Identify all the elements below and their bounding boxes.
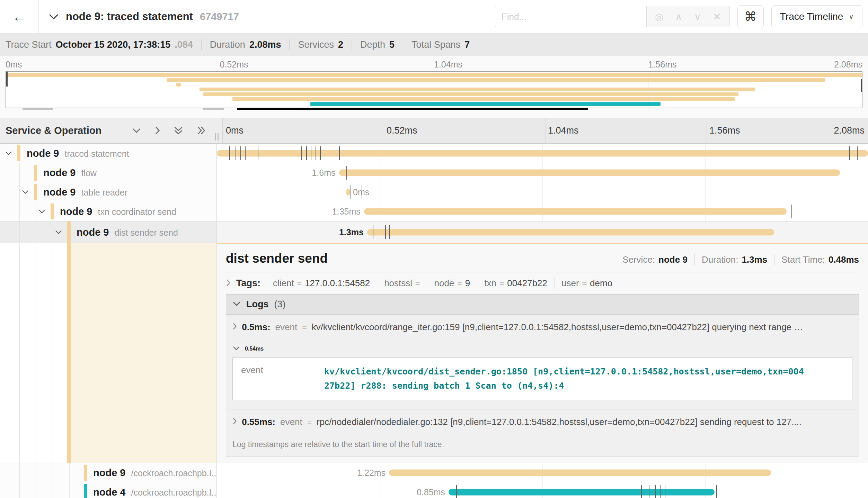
span-log-tick xyxy=(245,146,246,160)
indent-guide xyxy=(3,202,3,221)
span-log-tick xyxy=(258,146,258,160)
span-duration-bar[interactable] xyxy=(217,150,868,157)
prev-icon[interactable]: ∧ xyxy=(675,11,682,22)
chevron-down-icon[interactable] xyxy=(5,151,12,155)
span-duration-bar[interactable] xyxy=(364,208,787,215)
span-row: node 4/cockroach.roachpb.I...0.85ms xyxy=(0,482,868,498)
locate-icon[interactable]: ◎ xyxy=(655,11,663,22)
span-duration-bar[interactable] xyxy=(339,170,840,176)
trace-view-selector[interactable]: Trace Timeline ∨ xyxy=(771,5,862,28)
span-log-tick xyxy=(385,225,386,239)
span-row-tree-cell[interactable]: node 9/cockroach.roachpb.I... xyxy=(0,463,216,482)
indent-guide xyxy=(3,482,3,498)
equals-sign: = xyxy=(457,279,462,288)
span-row-timeline-cell[interactable]: 1.35ms xyxy=(216,202,868,221)
span-row-label: node 4/cockroach.roachpb.I... xyxy=(93,487,216,498)
column-resize-grip[interactable] xyxy=(215,133,219,141)
span-operation-name: traced statement xyxy=(64,149,129,159)
logs-count: (3) xyxy=(274,299,286,310)
span-row-timeline-cell[interactable] xyxy=(216,144,868,163)
minimap-scrollbar[interactable] xyxy=(237,108,588,110)
span-color-stripe xyxy=(51,203,54,219)
span-row-tree-cell[interactable]: node 9txn coordinator send xyxy=(0,202,216,221)
tag-item: txn=00427b22 xyxy=(477,278,555,289)
span-log-tick xyxy=(311,146,311,160)
tag-key: node xyxy=(434,278,454,289)
indent-guide xyxy=(19,463,20,482)
span-service-name: node 9 xyxy=(27,148,59,159)
minimap-left-drag-handle[interactable] xyxy=(6,71,8,87)
expand-one-icon[interactable] xyxy=(154,126,160,135)
span-row-timeline-cell[interactable]: 0ms xyxy=(216,182,868,202)
keyboard-shortcuts-button[interactable]: ⌘ xyxy=(737,5,764,28)
minimap-canvas[interactable] xyxy=(6,71,862,108)
span-log-tick xyxy=(849,146,850,160)
span-log-tick xyxy=(301,146,302,160)
expand-all-icon[interactable] xyxy=(196,126,206,135)
chevron-right-icon xyxy=(226,279,231,288)
indent-guide xyxy=(53,221,53,243)
trace-id: 6749717 xyxy=(200,11,239,22)
tree-header: Service & Operation xyxy=(0,118,222,143)
minimap-span-bar xyxy=(200,88,755,91)
selected-span-band xyxy=(71,243,216,463)
tree-header-title: Service & Operation xyxy=(6,125,101,136)
span-row-timeline-cell[interactable]: 1.3ms xyxy=(216,221,868,243)
minimap-right-drag-handle[interactable] xyxy=(861,79,862,92)
span-row-tree-cell[interactable]: node 9traced statement xyxy=(0,144,216,163)
collapse-all-icon[interactable] xyxy=(174,126,183,135)
detail-meta-item: Duration:1.3ms xyxy=(694,254,774,265)
span-row-tree-cell[interactable]: node 9flow xyxy=(0,163,216,182)
span-duration-bar[interactable] xyxy=(389,470,771,476)
span-row-tree-cell[interactable]: node 4/cockroach.roachpb.I... xyxy=(0,482,216,498)
tag-item: hostssl= xyxy=(377,278,427,289)
summary-label: Services xyxy=(298,39,334,50)
log-entry-collapsed[interactable]: 0.5ms:event=kv/kvclient/kvcoord/range_it… xyxy=(226,315,859,340)
tag-key: user xyxy=(561,278,579,289)
next-icon[interactable]: ∨ xyxy=(694,11,701,22)
minimap-scroll-mark xyxy=(23,108,53,110)
detail-meta-label: Service: xyxy=(622,254,655,265)
tags-row[interactable]: Tags: client=127.0.0.1:54582hostssl=node… xyxy=(226,272,859,293)
span-row-tree-cell[interactable]: node 9table reader xyxy=(0,182,216,202)
span-row-timeline-cell[interactable]: 0.85ms xyxy=(216,482,868,498)
span-operation-name: /cockroach.roachpb.I... xyxy=(131,468,216,478)
logs-header[interactable]: Logs (3) xyxy=(226,295,859,315)
span-row-timeline-cell[interactable]: 1.6ms xyxy=(216,163,868,182)
summary-item: Services2 xyxy=(289,39,352,50)
detail-span-title: dist sender send xyxy=(226,251,328,266)
detail-meta-value: 0.48ms xyxy=(829,254,859,265)
collapse-one-icon[interactable] xyxy=(132,128,141,134)
span-duration-bar[interactable] xyxy=(346,189,350,196)
clear-icon[interactable]: ✕ xyxy=(713,11,721,22)
chevron-down-icon[interactable] xyxy=(21,190,29,194)
summary-label: Depth xyxy=(360,39,385,50)
span-row-tree-cell[interactable]: node 9dist sender send xyxy=(0,221,216,243)
span-duration-bar[interactable] xyxy=(367,229,774,236)
span-log-tick xyxy=(649,485,649,498)
page-title: node 9: traced statement xyxy=(66,10,193,23)
log-entry-header[interactable]: 0.54ms xyxy=(232,346,852,352)
find-group: ◎∧∨✕ xyxy=(495,6,730,27)
span-log-tick xyxy=(236,146,236,160)
find-input[interactable] xyxy=(495,6,646,27)
chevron-down-icon[interactable] xyxy=(38,209,46,214)
trace-title-group[interactable]: node 9: traced statement 6749717 xyxy=(48,10,239,23)
span-duration-bar[interactable] xyxy=(449,489,715,496)
chevron-down-icon[interactable] xyxy=(55,230,62,234)
span-duration-label: 0.85ms xyxy=(417,487,445,497)
detail-meta: Service:node 9Duration:1.3msStart Time:0… xyxy=(615,254,859,265)
span-service-name: node 4 xyxy=(93,487,125,498)
log-entry-collapsed[interactable]: 0.55ms:event=rpc/nodedialer/nodedialer.g… xyxy=(226,409,859,435)
back-button[interactable]: ← xyxy=(0,0,39,33)
span-duration-label: 1.6ms xyxy=(312,168,335,178)
detail-meta-item: Start Time:0.48ms xyxy=(774,254,859,265)
span-duration-label: 1.35ms xyxy=(332,207,361,217)
span-row-timeline-cell[interactable]: 1.22ms xyxy=(216,463,868,482)
span-row: node 9flow1.6ms xyxy=(0,163,868,182)
summary-value-suffix: .084 xyxy=(175,39,193,50)
span-row-label: node 9txn coordinator send xyxy=(60,206,176,217)
log-field-value: kv/kvclient/kvcoord/range_iter.go:159 [n… xyxy=(312,322,803,333)
span-operation-name: /cockroach.roachpb.I... xyxy=(131,488,216,497)
summary-value: October 15 2020, 17:38:15 xyxy=(56,39,171,50)
